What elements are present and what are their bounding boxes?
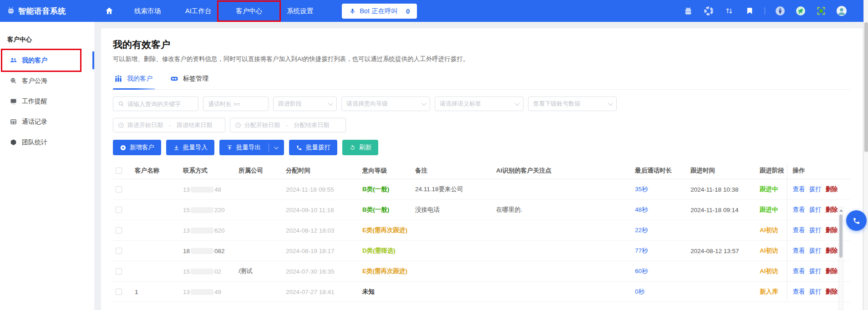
sidebar-item-customer-pool[interactable]: 客户公海: [0, 71, 94, 91]
bot-calling-button[interactable]: Bot 正在呼叫 0: [342, 4, 417, 19]
call-duration-input[interactable]: [203, 97, 269, 111]
assign-date-range-picker[interactable]: 分配开始日期 - 分配结束日期: [230, 118, 346, 132]
scrollbar-thumb[interactable]: [839, 214, 843, 258]
fullscreen-icon[interactable]: [816, 5, 827, 16]
delete-link[interactable]: 删除: [826, 288, 838, 295]
nav-item-system-settings[interactable]: 系统设置: [274, 4, 325, 18]
row-checkbox[interactable]: [116, 289, 122, 295]
dial-link[interactable]: 拨打: [809, 288, 822, 295]
sidebar-item-work-reminder[interactable]: 工作提醒: [0, 91, 94, 112]
semantic-tag-select[interactable]: 请选择语义标签: [435, 97, 523, 111]
view-link[interactable]: 查看: [793, 268, 805, 274]
duration-input-field[interactable]: [208, 101, 264, 107]
last-call-duration-cell[interactable]: 60秒: [632, 261, 688, 282]
keyword-search-input[interactable]: [113, 97, 198, 111]
sort-arrows-icon[interactable]: [724, 5, 735, 16]
col-company: 所属公司: [236, 163, 283, 179]
page-scrollbar-thumb[interactable]: [864, 22, 868, 152]
dial-link[interactable]: 拨打: [809, 186, 822, 193]
redacted-phone-blur: [191, 248, 213, 254]
chevron-down-icon[interactable]: [274, 145, 279, 149]
intent-grade-cell: B类(一般): [360, 200, 412, 220]
phone-icon: [296, 144, 303, 151]
page-description: 可以新增、删除、修改客户的资料信息，同时可以直接将客户加入到AI的快捷拨打列表，…: [113, 55, 851, 63]
dial-link[interactable]: 拨打: [809, 206, 822, 213]
follow-date-range-picker[interactable]: 跟进开始日期 - 跟进结束日期: [113, 118, 225, 132]
row-select-cell: [113, 261, 132, 282]
customer-name-cell: [132, 220, 180, 241]
select-all-checkbox[interactable]: [116, 168, 122, 174]
sidebar-item-call-records[interactable]: 通话记录: [0, 112, 94, 132]
tab-bar: 我的客户 标签管理: [113, 74, 851, 90]
row-checkbox[interactable]: [116, 227, 122, 234]
delete-link[interactable]: 删除: [826, 268, 838, 274]
bot-calling-count: 0: [406, 7, 410, 15]
table-row: 13482024-11-18 09:55B类(一般)24.11.18要来公司35…: [113, 179, 851, 200]
plus-circle-icon: [120, 144, 127, 151]
add-customer-button[interactable]: 新增客户: [113, 140, 161, 155]
nav-item-leads-market[interactable]: 线索市场: [122, 4, 173, 18]
page-scrollbar[interactable]: [863, 0, 868, 310]
last-call-duration-cell[interactable]: 77秒: [632, 241, 688, 261]
col-actions: 操作: [787, 163, 851, 179]
chevron-down-icon: [328, 101, 333, 106]
batch-import-button[interactable]: 批量导入: [166, 140, 214, 155]
home-icon[interactable]: [105, 6, 114, 15]
row-checkbox[interactable]: [116, 268, 122, 274]
last-call-duration-cell[interactable]: 22秒: [632, 220, 688, 241]
delete-link[interactable]: 删除: [826, 206, 838, 213]
sidebar-item-my-customers[interactable]: 我的客户: [0, 50, 94, 71]
subaccount-data-select[interactable]: 查看下级账号数据: [528, 97, 617, 111]
note-cell: [412, 261, 493, 282]
dial-link[interactable]: 拨打: [809, 247, 822, 254]
row-checkbox[interactable]: [116, 248, 122, 254]
last-call-duration-cell[interactable]: 48秒: [632, 200, 688, 220]
follow-stage-select[interactable]: 跟进阶段: [273, 97, 337, 111]
nav-item-ai-workbench[interactable]: AI工作台: [173, 4, 223, 18]
robot-icon[interactable]: [683, 5, 694, 16]
aperture-icon[interactable]: [703, 5, 714, 16]
view-link[interactable]: 查看: [793, 247, 805, 254]
view-link[interactable]: 查看: [793, 288, 805, 295]
nav-item-customer-center[interactable]: 客户中心: [223, 4, 274, 18]
scrollbar-up-arrow[interactable]: [839, 207, 843, 213]
last-call-duration-cell[interactable]: 0秒: [632, 282, 688, 302]
view-link[interactable]: 查看: [793, 186, 805, 193]
batch-export-button[interactable]: 批量导出: [219, 140, 284, 155]
dial-link[interactable]: 拨打: [809, 268, 822, 274]
redacted-phone-blur: [191, 289, 213, 295]
last-call-duration-cell[interactable]: 35秒: [632, 179, 688, 200]
user-avatar[interactable]: [836, 5, 847, 16]
refresh-button[interactable]: 刷新: [342, 140, 378, 155]
customer-name-cell: [132, 241, 180, 261]
table-scrollbar[interactable]: [838, 207, 843, 310]
row-checkbox[interactable]: [116, 207, 122, 213]
table-header-row: 客户名称 联系方式 所属公司 分配时间 意向等级 备注 AI识别的客户关注点 最…: [113, 163, 851, 179]
follow-time-cell: [688, 220, 757, 241]
table-row: 136202024-08-12 18:03E类(需再次跟进)22秒AI初访查看拨…: [113, 220, 851, 241]
delete-link[interactable]: 删除: [826, 227, 838, 234]
assign-time-cell: 2024-07-27 18:41: [283, 282, 360, 302]
row-checkbox[interactable]: [116, 186, 122, 193]
follow-stage-cell: 跟进中: [757, 179, 787, 200]
tab-tag-management[interactable]: 标签管理: [170, 74, 208, 83]
assign-time-cell: 2024-08-19 18:17: [283, 241, 360, 261]
col-follow-stage: 跟进阶段: [757, 163, 787, 179]
sidebar-item-team-statistics[interactable]: 团队统计: [0, 132, 94, 152]
col-contact: 联系方式: [180, 163, 236, 179]
bookmark-icon[interactable]: [744, 5, 755, 16]
megaphone-icon[interactable]: [795, 5, 806, 16]
bot-calling-label: Bot 正在呼叫: [360, 7, 398, 15]
floating-call-button[interactable]: [846, 210, 867, 231]
batch-dial-button[interactable]: 批量拨打: [289, 140, 337, 155]
delete-link[interactable]: 删除: [826, 186, 838, 193]
delete-link[interactable]: 删除: [826, 247, 838, 254]
dial-link[interactable]: 拨打: [809, 227, 822, 234]
compass-icon[interactable]: [775, 5, 786, 16]
intent-grade-select[interactable]: 请选择意向等级: [341, 97, 430, 111]
tab-my-customers[interactable]: 我的客户: [114, 74, 152, 83]
view-link[interactable]: 查看: [793, 227, 805, 234]
keyword-input-field[interactable]: [127, 101, 193, 107]
phone-cell: 18082: [180, 241, 236, 261]
view-link[interactable]: 查看: [793, 206, 805, 213]
